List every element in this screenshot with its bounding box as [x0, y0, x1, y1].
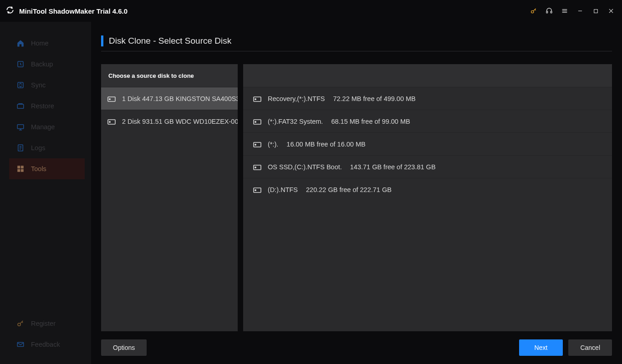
svg-point-31 — [255, 98, 256, 99]
partition-panel-header — [243, 64, 612, 87]
sidebar-item-backup[interactable]: Backup — [0, 54, 91, 75]
titlebar-controls — [530, 7, 615, 15]
header-accent-bar — [101, 35, 103, 46]
page-title: Disk Clone - Select Source Disk — [109, 36, 231, 46]
action-bar: Options Next Cancel — [101, 338, 612, 358]
svg-rect-7 — [594, 9, 597, 13]
feedback-mail-icon — [16, 340, 25, 349]
minimize-icon[interactable] — [576, 7, 584, 15]
maximize-icon[interactable] — [592, 7, 599, 15]
svg-rect-22 — [17, 169, 20, 172]
next-button[interactable]: Next — [519, 339, 563, 356]
page-header: Disk Clone - Select Source Disk — [101, 35, 612, 51]
drive-icon — [253, 119, 261, 124]
svg-point-24 — [18, 323, 20, 326]
register-key-icon — [16, 319, 25, 328]
partition-item[interactable]: OS SSD,(C:).NTFS Boot. 143.71 GB free of… — [243, 155, 612, 178]
sidebar-item-label: Home — [31, 40, 49, 47]
sidebar-item-tools[interactable]: Tools — [9, 158, 85, 179]
partition-item[interactable]: (*:).FAT32 System. 68.15 MB free of 99.0… — [243, 110, 612, 132]
svg-rect-20 — [17, 166, 20, 168]
close-icon[interactable] — [607, 7, 615, 15]
partition-item[interactable]: Recovery,(*:).NTFS 72.22 MB free of 499.… — [243, 87, 612, 110]
partition-name: (*:).FAT32 System. — [268, 118, 323, 125]
main-content: Disk Clone - Select Source Disk Choose a… — [91, 22, 622, 364]
disk-label: 1 Disk 447.13 GB KINGSTON SA400S37 — [122, 95, 238, 102]
svg-point-0 — [531, 10, 534, 13]
svg-point-37 — [255, 167, 256, 167]
svg-rect-13 — [17, 125, 24, 129]
sidebar-item-manage[interactable]: Manage — [0, 116, 91, 137]
cancel-button[interactable]: Cancel — [568, 339, 612, 356]
logs-icon — [16, 144, 25, 152]
sidebar-item-label: Sync — [31, 81, 46, 89]
app-title: MiniTool ShadowMaker Trial 4.6.0 — [19, 7, 127, 15]
sidebar-item-label: Manage — [31, 123, 55, 131]
disk-label: 2 Disk 931.51 GB WDC WD10EZEX-00 — [122, 118, 238, 125]
drive-icon — [253, 187, 261, 192]
restore-icon — [16, 102, 25, 110]
svg-point-27 — [109, 98, 110, 99]
menu-icon[interactable] — [561, 7, 568, 15]
partition-list: Recovery,(*:).NTFS 72.22 MB free of 499.… — [243, 87, 612, 201]
svg-point-29 — [109, 121, 110, 122]
options-button[interactable]: Options — [101, 339, 147, 356]
partition-size: 143.71 GB free of 223.81 GB — [350, 163, 436, 171]
svg-rect-12 — [17, 104, 24, 108]
sidebar-item-register[interactable]: Register — [0, 313, 91, 334]
app-logo: MiniTool ShadowMaker Trial 4.6.0 — [5, 5, 127, 16]
sidebar-item-label: Tools — [31, 165, 46, 172]
sidebar-item-label: Backup — [31, 61, 53, 68]
partition-size: 16.00 MB free of 16.00 MB — [286, 141, 365, 148]
key-icon[interactable] — [530, 7, 537, 15]
sidebar-item-logs[interactable]: Logs — [0, 137, 91, 158]
drive-icon — [253, 164, 261, 170]
partition-name: (D:).NTFS — [268, 186, 298, 193]
app-logo-icon — [5, 5, 15, 16]
disk-item[interactable]: 1 Disk 447.13 GB KINGSTON SA400S37 — [101, 87, 238, 110]
disk-list: 1 Disk 447.13 GB KINGSTON SA400S37 2 Dis… — [101, 87, 238, 132]
drive-icon — [253, 96, 261, 101]
sidebar-item-home[interactable]: Home — [0, 33, 91, 54]
drive-icon — [253, 142, 261, 147]
manage-icon — [16, 123, 25, 131]
sidebar: Home Backup Sync Restore — [0, 22, 91, 364]
sidebar-item-label: Logs — [31, 144, 45, 152]
partition-name: OS SSD,(C:).NTFS Boot. — [268, 163, 342, 171]
sidebar-item-label: Restore — [31, 102, 54, 110]
sidebar-item-sync[interactable]: Sync — [0, 75, 91, 96]
svg-rect-21 — [21, 166, 24, 168]
source-disk-panel: Choose a source disk to clone 1 Disk 447… — [101, 64, 238, 331]
partition-size: 220.22 GB free of 222.71 GB — [306, 186, 392, 193]
home-icon — [16, 39, 25, 47]
sidebar-item-label: Register — [31, 320, 56, 327]
sidebar-item-restore[interactable]: Restore — [0, 96, 91, 116]
partition-name: Recovery,(*:).NTFS — [268, 95, 325, 102]
disk-item[interactable]: 2 Disk 931.51 GB WDC WD10EZEX-00 — [101, 110, 238, 132]
sidebar-item-feedback[interactable]: Feedback — [0, 334, 91, 355]
backup-icon — [16, 60, 25, 68]
svg-point-39 — [255, 189, 256, 190]
svg-point-35 — [255, 144, 256, 145]
drive-icon — [107, 96, 116, 101]
partition-name: (*:). — [268, 141, 278, 148]
partition-panel: Recovery,(*:).NTFS 72.22 MB free of 499.… — [243, 64, 612, 331]
source-disk-panel-header: Choose a source disk to clone — [101, 64, 238, 87]
partition-size: 72.22 MB free of 499.00 MB — [333, 95, 415, 102]
tools-icon — [16, 165, 25, 173]
headset-icon[interactable] — [546, 7, 553, 15]
partition-item[interactable]: (D:).NTFS 220.22 GB free of 222.71 GB — [243, 178, 612, 201]
svg-rect-23 — [21, 169, 24, 172]
svg-point-33 — [255, 121, 256, 122]
svg-rect-2 — [551, 11, 552, 13]
sidebar-item-label: Feedback — [31, 341, 60, 348]
partition-size: 68.15 MB free of 99.00 MB — [331, 118, 410, 125]
partition-item[interactable]: (*:). 16.00 MB free of 16.00 MB — [243, 132, 612, 155]
sync-icon — [16, 81, 25, 89]
drive-icon — [107, 119, 116, 124]
titlebar: MiniTool ShadowMaker Trial 4.6.0 — [0, 0, 622, 22]
svg-rect-1 — [546, 11, 548, 13]
